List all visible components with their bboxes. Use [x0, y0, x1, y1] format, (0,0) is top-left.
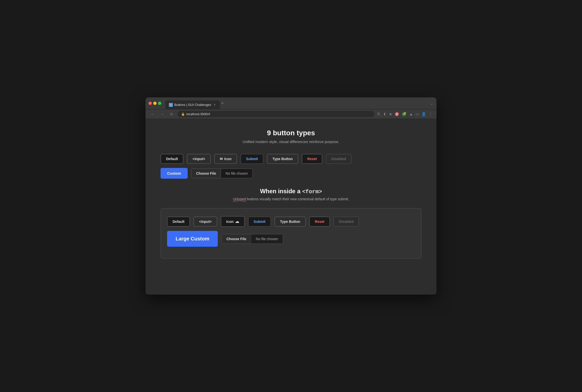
cloud-icon: ☁ [235, 219, 239, 224]
top-button-row: Default <input> ✉ Icon Submit Type Butto… [161, 154, 421, 164]
type-button[interactable]: Type Button [267, 154, 298, 164]
window-controls: ⌄ [430, 101, 433, 106]
new-tab-button[interactable]: + [221, 101, 224, 106]
form-section-title: When inside a <form> [161, 188, 421, 195]
close-button[interactable] [149, 102, 152, 105]
icon-button-label: Icon [224, 157, 232, 161]
external-link-icon[interactable]: ⇱ [377, 112, 381, 116]
custom-button[interactable]: Custom [161, 168, 188, 179]
traffic-lights [149, 102, 161, 105]
page-content: 9 button types Unified modern style, vis… [145, 119, 436, 295]
form-section-subtitle: Untyped buttons visually match their new… [161, 197, 421, 201]
icon-button[interactable]: ✉ Icon [214, 154, 237, 164]
disabled-button: Disabled [326, 154, 351, 164]
form-reset-button[interactable]: Reset [309, 217, 330, 227]
form-container: Default <input> Icon ☁ Submit Type Butto… [161, 208, 421, 259]
tab-close-button[interactable]: ✕ [212, 103, 216, 107]
form-default-button[interactable]: Default [167, 217, 190, 227]
forward-button[interactable]: → [159, 111, 166, 117]
form-icon-button[interactable]: Icon ☁ [221, 216, 245, 227]
bookmark-icon[interactable]: ★ [389, 112, 392, 116]
reload-button[interactable]: ↻ [169, 111, 175, 117]
tab-title: Buttons | GUI Challenges [174, 103, 211, 107]
form-choose-file-button[interactable]: Choose File [222, 234, 251, 243]
menu-icon[interactable]: ⋮ [429, 112, 432, 116]
url-field[interactable]: 🔒 localhost:3000/# [178, 111, 374, 117]
form-no-file-label: No file chosen [251, 234, 283, 243]
no-file-label: No file chosen [221, 169, 252, 178]
file-input-wrapper: Choose File No file chosen [191, 168, 253, 178]
back-button[interactable]: ← [150, 111, 156, 117]
form-submit-button[interactable]: Submit [248, 217, 271, 227]
share-icon[interactable]: ⬆ [383, 112, 386, 116]
extension-icon-1[interactable]: 🎯 [395, 112, 399, 116]
subtitle-rest: buttons visually match their new context… [246, 197, 349, 201]
address-bar: ← → ↻ 🔒 localhost:3000/# ⇱ ⬆ ★ 🎯 🧩 ▲ ▭ 👤… [145, 109, 436, 119]
form-icon-label: Icon [226, 220, 234, 224]
tab-bar: 🔘 Buttons | GUI Challenges ✕ + [165, 97, 428, 109]
minimize-button[interactable] [153, 102, 157, 105]
active-tab[interactable]: 🔘 Buttons | GUI Challenges ✕ [165, 100, 220, 109]
form-tag-code: <form> [302, 189, 322, 195]
window-expand-icon: ⌄ [430, 101, 433, 106]
page-title: 9 button types [161, 129, 421, 137]
form-type-button[interactable]: Type Button [274, 217, 306, 227]
custom-row: Custom Choose File No file chosen [161, 168, 421, 179]
title-bar: 🔘 Buttons | GUI Challenges ✕ + ⌄ [145, 97, 436, 109]
untyped-text: Untyped [233, 197, 246, 201]
submit-button[interactable]: Submit [241, 154, 263, 164]
url-text: localhost:3000/# [186, 112, 210, 116]
choose-file-button[interactable]: Choose File [192, 169, 221, 178]
form-file-input-wrapper: Choose File No file chosen [221, 234, 283, 244]
default-button[interactable]: Default [161, 154, 183, 164]
form-custom-row: Large Custom Choose File No file chosen [167, 231, 415, 247]
email-icon: ✉ [220, 157, 223, 161]
extension-icon-3[interactable]: ▲ [409, 112, 413, 116]
extension-icon-2[interactable]: 🧩 [402, 112, 407, 116]
input-button[interactable]: <input> [187, 154, 211, 164]
reset-button[interactable]: Reset [302, 154, 322, 164]
profile-icon[interactable]: 👤 [421, 112, 426, 116]
browser-window: 🔘 Buttons | GUI Challenges ✕ + ⌄ ← → ↻ 🔒… [145, 97, 436, 295]
form-button-row: Default <input> Icon ☁ Submit Type Butto… [167, 216, 415, 227]
lock-icon: 🔒 [181, 112, 185, 116]
split-view-icon[interactable]: ▭ [415, 112, 419, 116]
form-disabled-button: Disabled [333, 217, 359, 227]
page-subtitle: Unified modern style, visual differences… [161, 140, 421, 144]
browser-toolbar: ⇱ ⬆ ★ 🎯 🧩 ▲ ▭ 👤 ⋮ [377, 112, 432, 116]
large-custom-button[interactable]: Large Custom [167, 231, 218, 247]
form-section-header: When inside a <form> Untyped buttons vis… [161, 188, 421, 201]
form-section-title-text: When inside a [260, 188, 302, 194]
maximize-button[interactable] [158, 102, 161, 105]
form-input-button[interactable]: <input> [193, 217, 217, 227]
tab-favicon: 🔘 [169, 103, 173, 107]
